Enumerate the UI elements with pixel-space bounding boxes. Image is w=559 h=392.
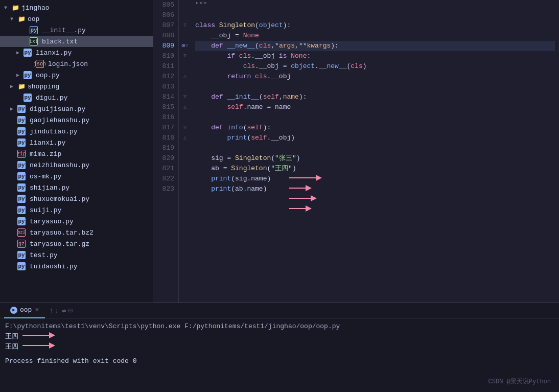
gutter-822	[179, 174, 191, 184]
py-icon: py	[17, 183, 26, 192]
arrow-svg-823	[289, 204, 315, 213]
sidebar-item-label: jinghao	[21, 4, 50, 12]
sidebar-item-label: suiji.py	[30, 206, 61, 214]
gutter-819	[179, 143, 191, 153]
py-icon: py	[17, 139, 26, 147]
line-numbers: 805 806 807 808 809 810 811 812 813 814 …	[153, 0, 179, 303]
arrow-annotation-823	[241, 194, 315, 226]
sidebar-item-init-py[interactable]: ▶ py __init__.py	[0, 25, 153, 36]
terminal-panel: ▶ oop × ↑ ↓ ⇌ ⊡ F:\pythonitems\test1\ven…	[0, 303, 559, 392]
code-container[interactable]: 805 806 807 808 809 810 811 812 813 814 …	[153, 0, 559, 303]
gutter-809: ⊙▽	[179, 41, 191, 51]
file-explorer: ▼ 📁 jinghao ▼ 📁 oop ▶ py __init__.py ▶ t…	[0, 0, 153, 303]
terminal-tabs: ▶ oop × ↑ ↓ ⇌ ⊡	[0, 303, 559, 318]
sidebar-item-label: lianxi.py	[36, 49, 72, 57]
sidebar-item-label: test.py	[30, 251, 58, 259]
line-num-814: 814	[157, 92, 174, 102]
line-num-806: 806	[157, 10, 174, 20]
sidebar-item-tuidaoshi-py[interactable]: ▶ py tuidaoshi.py	[0, 261, 153, 272]
line-num-819: 819	[157, 143, 174, 153]
code-line-813	[195, 82, 555, 92]
gutter-814: ▽	[179, 92, 191, 102]
fold-icon-818[interactable]: △	[183, 133, 187, 143]
sidebar-item-lianxi-folder[interactable]: ▶ py lianxi.py	[0, 47, 153, 58]
sidebar-item-label: taryasuo.tar.gz	[30, 240, 89, 248]
sidebar-item-taryasuo-py[interactable]: ▶ py taryasuo.py	[0, 216, 153, 227]
chevron-icon: ▶	[10, 106, 16, 112]
sidebar-item-label: shuxuemokuai.py	[30, 195, 89, 203]
py-icon: py	[24, 94, 32, 102]
sidebar-item-black-txt[interactable]: ▶ txt black.txt	[0, 36, 153, 47]
line-num-818: 818	[157, 133, 174, 143]
fold-icon-807[interactable]: ▽	[183, 20, 187, 31]
chevron-icon: ▶	[16, 50, 22, 56]
sidebar-item-test-py[interactable]: ▶ py test.py	[0, 249, 153, 261]
gutter-816	[179, 112, 191, 123]
sidebar-item-label: oop	[28, 15, 39, 23]
sidebar-item-taryasuo-tar-gz[interactable]: ▶ gz taryasuo.tar.gz	[0, 238, 153, 249]
fold-icon-817[interactable]: ▽	[183, 123, 187, 133]
py-icon: py	[17, 195, 26, 203]
txt-icon: txt	[30, 37, 38, 45]
sidebar-item-diguijisuan-py[interactable]: ▶ py diguijisuan.py	[0, 103, 153, 114]
terminal-scroll-controls: ↑ ↓	[49, 307, 59, 315]
terminal-output-line-2: 王四	[5, 342, 554, 352]
sidebar-item-jinghao[interactable]: ▼ 📁 jinghao	[0, 2, 153, 13]
sidebar-item-suiji-py[interactable]: ▶ py suiji.py	[0, 204, 153, 216]
sidebar-item-oop[interactable]: ▼ 📁 oop	[0, 13, 153, 25]
gutter-806	[179, 10, 191, 20]
sidebar-item-login-json[interactable]: ▶ json login.json	[0, 58, 153, 70]
sidebar-item-label: taryasuo.py	[30, 218, 74, 225]
sidebar-item-label: jindutiao.py	[30, 128, 78, 135]
terminal-body: F:\pythonitems\test1\venv\Scripts\python…	[0, 318, 559, 392]
gutter-807: ▽	[179, 20, 191, 31]
sidebar-item-label: neizhihanshu.py	[30, 162, 89, 169]
fold-icon-810[interactable]: ▽	[183, 51, 187, 61]
sidebar-item-neizhihanshu-py[interactable]: ▶ py neizhihanshu.py	[0, 159, 153, 171]
sidebar-item-digui-py[interactable]: ▶ py digui.py	[0, 92, 153, 103]
sidebar-item-mima-zip[interactable]: ▶ zip mima.zip	[0, 148, 153, 159]
sidebar-item-label: os-mk.py	[30, 173, 61, 180]
scroll-down-icon[interactable]: ↓	[55, 307, 59, 315]
sidebar-item-os-mk-py[interactable]: ▶ py os-mk.py	[0, 171, 153, 182]
terminal-exit-text: Process finished with exit code 0	[5, 356, 136, 366]
sidebar-item-gaojiehanshu-py[interactable]: ▶ py gaojiehanshu.py	[0, 114, 153, 126]
terminal-tab-oop[interactable]: ▶ oop ×	[4, 303, 45, 318]
gz-icon: gz	[17, 240, 26, 248]
terminal-wrap-icon[interactable]: ⇌	[62, 306, 66, 315]
code-line-808: __obj = None	[195, 31, 555, 41]
sidebar-item-lianxi-py[interactable]: ▶ py lianxi.py	[0, 137, 153, 148]
sidebar-item-oop-py[interactable]: ▶ py oop.py	[0, 70, 153, 81]
code-line-812: return cls.__obj	[195, 72, 555, 82]
bz2-icon: bz2	[17, 228, 26, 237]
line-num-820: 820	[157, 153, 174, 164]
fold-icon-815[interactable]: △	[183, 102, 187, 112]
terminal-stop-icon[interactable]: ⊡	[68, 306, 72, 315]
sidebar-item-shuxuemokuai-py[interactable]: ▶ py shuxuemokuai.py	[0, 193, 153, 204]
sidebar-item-taryasuo-tar-bz2[interactable]: ▶ bz2 taryasuo.tar.bz2	[0, 227, 153, 238]
code-line-821: ab = Singleton("王四")	[195, 164, 555, 174]
terminal-output: F:\pythonitems\test1\venv\Scripts\python…	[0, 318, 559, 392]
terminal-command-line: F:\pythonitems\test1\venv\Scripts\python…	[5, 321, 554, 332]
sidebar-item-label: lianxi.py	[30, 139, 65, 147]
sidebar-item-shopping[interactable]: ▶ 📁 shopping	[0, 81, 153, 92]
code-line-810: if cls.__obj is None:	[195, 51, 555, 61]
gutter-815: △	[179, 102, 191, 112]
gutter-817: ▽	[179, 123, 191, 133]
sidebar-item-shijian-py[interactable]: ▶ py shijian.py	[0, 182, 153, 193]
fold-icon-809[interactable]: ▽	[185, 41, 189, 51]
scroll-up-icon[interactable]: ↑	[49, 307, 53, 315]
fold-icon-812[interactable]: △	[183, 72, 187, 82]
sidebar-item-jindutiao-py[interactable]: ▶ py jindutiao.py	[0, 126, 153, 137]
code-line-809: def __new__(cls,*args,**kwargs):	[195, 41, 555, 51]
code-line-818: print(self.__obj)	[195, 133, 555, 143]
terminal-close-button[interactable]: ×	[35, 306, 39, 314]
code-line-805: """	[195, 0, 555, 10]
terminal-output-text-1: 王四	[5, 332, 18, 342]
sidebar-item-label: __init__.py	[42, 27, 86, 34]
gutter-823	[179, 184, 191, 194]
editor-area: 805 806 807 808 809 810 811 812 813 814 …	[153, 0, 559, 303]
fold-icon-814[interactable]: ▽	[183, 92, 187, 102]
py-icon: py	[17, 161, 26, 169]
code-line-815: self.name = name	[195, 102, 555, 112]
